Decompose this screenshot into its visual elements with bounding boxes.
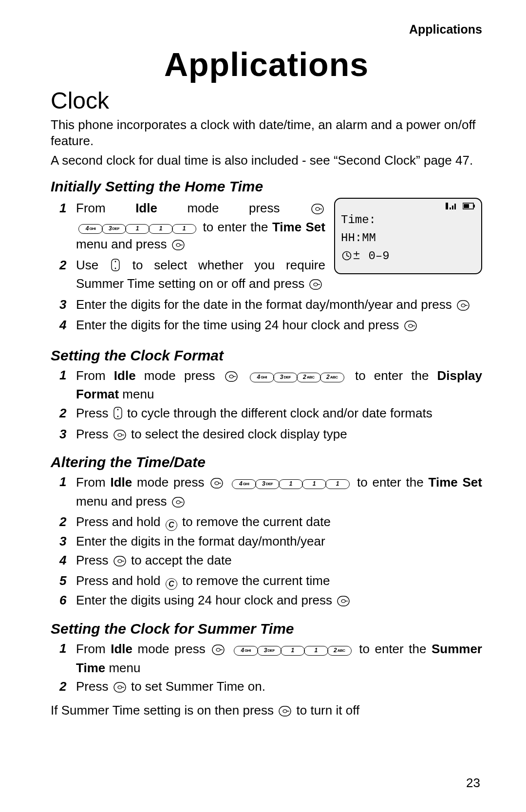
key-2: 2ABC — [327, 646, 352, 656]
key-1: 1 — [302, 479, 326, 489]
list-item: 3 Press to select the desired clock disp… — [59, 426, 482, 445]
subheading-summer-time: Setting the Clock for Summer Time — [51, 621, 482, 637]
list-item: 6 Enter the digits using 24 hour clock a… — [59, 592, 482, 611]
key-1: 1 — [281, 646, 305, 656]
step-number: 5 — [59, 572, 76, 590]
list-item: 1 From Idle mode press 4GHI3DEF112ABC to… — [59, 640, 482, 676]
menu-key-icon — [172, 495, 185, 512]
step-text: From Idle mode press 4GHI3DEF2ABC2ABC to… — [76, 367, 482, 403]
step-number: 1 — [59, 367, 76, 403]
home-time-block: Time: HH:MM 0–9 1 From Idle mode press 4… — [51, 198, 482, 338]
step-text: Press and hold C to remove the current t… — [76, 572, 482, 590]
menu-key-icon — [212, 642, 225, 660]
list-item: 2 Press and hold C to remove the current… — [59, 513, 482, 531]
step-number: 3 — [59, 296, 76, 315]
step-text: From Idle mode press 4GHI3DEF111 to ente… — [76, 200, 325, 255]
battery-icon — [463, 203, 475, 209]
plus-minus-icon — [354, 251, 360, 260]
subheading-alter-time: Altering the Time/Date — [51, 454, 482, 471]
menu-key-icon — [457, 298, 470, 315]
step-number: 2 — [59, 405, 76, 424]
screen-line-1: Time: — [341, 213, 475, 227]
menu-key-icon — [404, 319, 417, 336]
list-item: 4 Enter the digits for the time using 24… — [59, 317, 482, 336]
step-number: 1 — [59, 200, 76, 255]
alter-time-steps: 1 From Idle mode press 4GHI3DEF111 to en… — [59, 473, 482, 611]
list-item: 1 From Idle mode press 4GHI3DEF2ABC2ABC … — [59, 367, 482, 403]
step-number: 4 — [59, 317, 76, 336]
list-item: 4 Press to accept the date — [59, 552, 482, 571]
menu-key-icon — [113, 428, 126, 445]
step-text: Enter the digits for the time using 24 h… — [76, 317, 482, 336]
step-text: Enter the digits for the date in the for… — [76, 296, 482, 315]
intro-paragraph-1: This phone incorporates a clock with dat… — [51, 117, 482, 150]
status-bar — [341, 203, 475, 211]
key-3: 3DEF — [257, 646, 282, 656]
running-header: Applications — [51, 22, 482, 37]
key-1: 1 — [125, 224, 150, 234]
intro-paragraph-2: A second clock for dual time is also inc… — [51, 152, 482, 169]
section-heading: Clock — [51, 87, 482, 114]
menu-key-icon — [311, 202, 324, 219]
step-text: Use to select whether you require Summer… — [76, 257, 325, 294]
key-3: 3DEF — [255, 479, 280, 489]
key-sequence: 4GHI3DEF111 — [79, 218, 196, 235]
step-number: 6 — [59, 592, 76, 611]
step-number: 2 — [59, 678, 76, 697]
step-number: 3 — [59, 426, 76, 445]
step-text: Press and hold C to remove the current d… — [76, 513, 482, 531]
menu-key-icon — [113, 554, 126, 571]
key-4: 4GHI — [232, 479, 256, 489]
key-sequence: 4GHI3DEF112ABC — [234, 640, 351, 657]
key-4: 4GHI — [250, 373, 274, 382]
menu-key-icon — [337, 594, 350, 611]
key-1: 1 — [279, 479, 303, 489]
step-text: Press to select the desired clock displa… — [76, 426, 482, 445]
step-text: From Idle mode press 4GHI3DEF111 to ente… — [76, 473, 482, 511]
step-number: 2 — [59, 257, 76, 294]
key-1: 1 — [149, 224, 173, 234]
menu-key-icon — [225, 369, 238, 386]
summer-time-steps: 1 From Idle mode press 4GHI3DEF112ABC to… — [59, 640, 482, 697]
step-text: Enter the digits in the format day/month… — [76, 533, 482, 550]
list-item: 3 Enter the digits in the format day/mon… — [59, 533, 482, 550]
list-item: 3 Enter the digits for the date in the f… — [59, 296, 482, 315]
phone-screen: Time: HH:MM 0–9 — [334, 198, 482, 274]
menu-key-icon — [309, 277, 322, 294]
key-1: 1 — [172, 224, 196, 234]
cancel-key-icon: C — [166, 578, 177, 590]
key-sequence: 4GHI3DEF2ABC2ABC — [250, 367, 344, 384]
clock-icon — [342, 251, 352, 261]
page-number: 23 — [466, 775, 480, 791]
step-text: Press to set Summer Time on. — [76, 678, 482, 697]
key-sequence: 4GHI3DEF111 — [232, 473, 349, 491]
step-text: Press to cycle through the different clo… — [76, 405, 482, 424]
key-4: 4GHI — [78, 224, 103, 234]
key-1: 1 — [304, 646, 328, 656]
cancel-key-icon: C — [166, 519, 177, 531]
menu-key-icon — [113, 680, 126, 697]
key-2: 2ABC — [320, 373, 344, 382]
step-number: 3 — [59, 533, 76, 550]
step-number: 1 — [59, 473, 76, 511]
key-3: 3DEF — [273, 373, 298, 382]
page-title: Applications — [51, 45, 482, 83]
subheading-clock-format: Setting the Clock Format — [51, 347, 482, 364]
signal-icon — [446, 203, 457, 209]
screen-line-3: 0–9 — [341, 249, 475, 263]
key-1: 1 — [325, 479, 350, 489]
nav-key-icon — [111, 259, 120, 276]
list-item: 2 Press to cycle through the different c… — [59, 405, 482, 424]
step-text: Press to accept the date — [76, 552, 482, 571]
list-item: 2 Press to set Summer Time on. — [59, 678, 482, 697]
menu-key-icon — [210, 476, 223, 493]
nav-key-icon — [113, 407, 122, 424]
step-number: 4 — [59, 552, 76, 571]
list-item: 1 From Idle mode press 4GHI3DEF111 to en… — [59, 473, 482, 511]
step-text: Enter the digits using 24 hour clock and… — [76, 592, 482, 611]
step-number: 2 — [59, 513, 76, 531]
step-number: 1 — [59, 640, 76, 676]
summer-time-note: If Summer Time setting is on then press … — [51, 703, 482, 720]
key-2: 2ABC — [297, 373, 321, 382]
subheading-home-time: Initially Setting the Home Time — [51, 178, 482, 195]
